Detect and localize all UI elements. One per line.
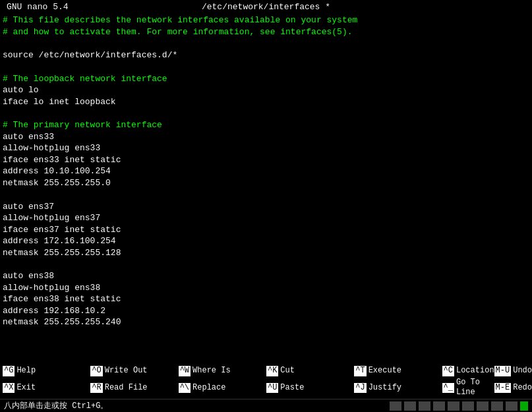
editor-line: auto ens37 [3,201,529,213]
nano-version: GNU nano 5.4 [7,2,69,12]
title-bar: GNU nano 5.4 /etc/network/interfaces * [0,0,532,13]
shortcut-label-writeout: Write Out [105,366,148,376]
editor-area[interactable]: # This file describes the network interf… [0,13,532,365]
status-icon-8 [491,401,503,411]
shortcut-key-readfile: ^R [90,383,102,394]
editor-line: # The primary network interface [3,119,529,131]
shortcut-label-whereis: Where Is [192,366,231,376]
shortcut-replace[interactable]: ^\ Replace [176,378,264,398]
editor-line [3,107,529,119]
editor-line: allow-hotplug ens38 [3,282,529,294]
shortcut-key-writeout: ^O [90,366,102,376]
status-icon-7 [477,401,488,411]
editor-line: iface ens33 inet static [3,154,529,166]
shortcut-paste[interactable]: ^U Paste [264,378,351,398]
shortcut-label-paste: Paste [280,383,304,394]
shortcut-execute[interactable]: ^T Execute [351,366,439,376]
editor-line: # The loopback network interface [3,73,529,85]
editor-line [3,258,529,270]
status-icon-6 [462,401,474,411]
shortcut-key-location: ^C [442,366,454,376]
terminal: GNU nano 5.4 /etc/network/interfaces * #… [0,0,532,412]
shortcut-exit[interactable]: ^X Exit [0,378,88,398]
shortcut-key-replace: ^\ [179,383,191,394]
shortcut-key-undo: M-U [494,366,512,376]
shortcut-key-cut: ^K [266,366,278,376]
shortcut-readfile[interactable]: ^R Read File [88,378,175,398]
shortcut-label-replace: Replace [192,383,225,394]
status-icon-1 [390,401,401,411]
shortcut-key-execute: ^T [354,366,366,376]
shortcut-label-exit: Exit [16,383,36,394]
shortcut-label-redo: Redo [513,383,532,394]
editor-line: address 172.16.100.254 [3,235,529,247]
shortcut-key-help: ^G [3,366,15,376]
editor-line: allow-hotplug ens37 [3,212,529,224]
status-icon-4 [433,401,445,411]
editor-line [3,61,529,73]
editor-line: # and how to activate them. For more inf… [3,26,529,38]
editor-line: address 10.10.100.254 [3,165,529,177]
shortcut-key-gotoline: ^_ [442,383,454,394]
shortcut-key-whereis: ^W [179,366,191,376]
editor-line: netmask 255.255.255.0 [3,177,529,189]
status-icon-2 [404,401,416,411]
shortcut-writeout[interactable]: ^O Write Out [88,366,175,376]
shortcut-label-undo: Undo [513,366,532,376]
editor-line [3,38,529,49]
status-bar: 八内部单击走或按 Ctrl+G。 [0,399,532,412]
editor-line: auto lo [3,84,529,96]
shortcut-key-justify: ^J [354,383,366,394]
editor-line: netmask 255.255.255.240 [3,316,529,328]
editor-line: auto ens33 [3,131,529,143]
shortcut-help[interactable]: ^G Help [0,366,88,376]
shortcut-label-readfile: Read File [105,383,148,394]
shortcut-whereis[interactable]: ^W Where Is [176,366,264,376]
editor-line: auto ens38 [3,270,529,282]
shortcut-cut[interactable]: ^K Cut [264,366,351,376]
shortcut-label-justify: Justify [369,383,401,394]
editor-line: iface ens37 inet static [3,224,529,236]
shortcut-label-cut: Cut [280,366,295,376]
status-icons [390,401,528,411]
shortcut-key-exit: ^X [3,383,15,394]
shortcut-label-help: Help [16,366,36,376]
shortcut-key-paste: ^U [266,383,278,394]
editor-line: # This file describes the network interf… [3,15,529,26]
shortcut-justify[interactable]: ^J Justify [351,378,439,398]
status-icon-9 [506,401,517,411]
shortcut-gotoline[interactable]: ^_ Go To Line M-E Redo [440,378,532,398]
editor-line: source /etc/network/interfaces.d/* [3,49,529,61]
editor-line [3,189,529,201]
shortcut-label-execute: Execute [369,366,401,376]
shortcut-label-location: Location [456,366,494,376]
bottom-bar: ^G Help ^O Write Out ^W Where Is ^K Cut … [0,365,532,412]
status-icon-5 [448,401,459,411]
shortcut-label-gotoline: Go To Line [456,378,494,398]
editor-line: iface ens38 inet static [3,293,529,305]
editor-line: allow-hotplug ens33 [3,142,529,154]
status-text: 八内部单击走或按 Ctrl+G。 [4,400,108,411]
status-icon-green [520,401,528,411]
file-title: /etc/network/interfaces * [202,2,330,12]
shortcut-key-redo: M-E [494,383,512,394]
editor-line: iface lo inet loopback [3,96,529,108]
status-icon-3 [419,401,430,411]
shortcut-bar: ^G Help ^O Write Out ^W Where Is ^K Cut … [0,365,532,399]
shortcut-location[interactable]: ^C Location M-U Undo [440,366,532,376]
editor-line: address 192.168.10.2 [3,305,529,317]
editor-line: netmask 255.255.255.128 [3,247,529,259]
